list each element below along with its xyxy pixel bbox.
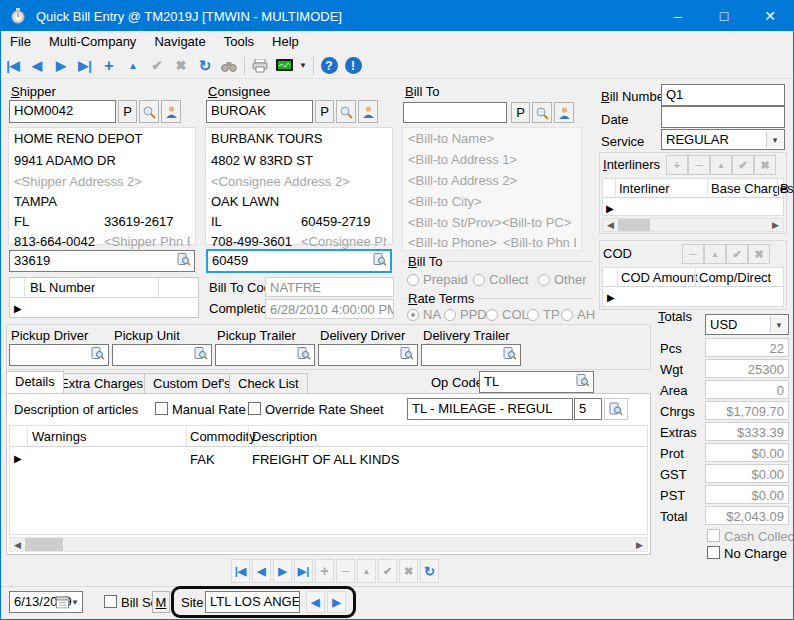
cod-delete-icon[interactable]: ─ [682, 244, 704, 264]
monitor-icon[interactable] [272, 55, 296, 77]
rate-lookup-icon[interactable] [604, 398, 628, 420]
find-binoculars-icon[interactable] [217, 55, 241, 77]
pickup-driver-input[interactable] [9, 344, 109, 366]
print-icon[interactable] [248, 55, 272, 77]
billto-customer-icon[interactable] [554, 102, 574, 123]
details-hscrollbar[interactable]: ◀ ▶ [9, 537, 648, 552]
radio-na[interactable]: NA [407, 307, 441, 322]
lookup-icon[interactable] [503, 347, 517, 364]
about-icon[interactable]: ! [341, 55, 365, 77]
lookup-icon[interactable] [400, 347, 414, 364]
service-combo[interactable]: REGULAR ▾ [661, 129, 785, 150]
interliner-cancel-icon[interactable]: ✖ [754, 155, 776, 175]
nav-refresh-icon[interactable]: ↻ [420, 559, 439, 583]
consignee-zone-input[interactable]: 60459 [206, 249, 392, 273]
cod-cancel-icon[interactable]: ✖ [748, 244, 770, 264]
menu-tools[interactable]: Tools [215, 32, 263, 51]
scroll-right-icon[interactable]: ▶ [632, 538, 647, 551]
billto-p-button[interactable]: P [511, 102, 530, 123]
shipper-zone-lookup-icon[interactable] [177, 253, 191, 270]
monitor-dropdown-icon[interactable]: ▼ [296, 55, 310, 77]
bill-number-input[interactable]: Q1 [661, 84, 785, 106]
cash-collect-checkbox[interactable] [707, 529, 720, 542]
chevron-down-icon[interactable]: ▾ [770, 316, 787, 333]
interliner-delete-icon[interactable]: ─ [688, 155, 710, 175]
interliner-post-icon[interactable]: ✔ [732, 155, 754, 175]
prior-record-icon[interactable]: ◀ [25, 55, 49, 77]
scroll-right-icon[interactable]: ▶ [768, 219, 783, 231]
lookup-icon[interactable] [297, 347, 311, 364]
tab-extra-charges[interactable]: Extra Charges [51, 373, 152, 393]
delivery-trailer-input[interactable] [421, 344, 521, 366]
nav-edit-icon[interactable]: ▲ [357, 559, 376, 583]
shipper-customer-icon[interactable] [161, 100, 181, 123]
footer-date-picker[interactable]: 6/13/2019 ▼ [9, 591, 83, 613]
cod-edit-icon[interactable]: ▲ [704, 244, 726, 264]
op-code-input[interactable]: TL [479, 371, 594, 393]
shipper-p-button[interactable]: P [118, 100, 137, 123]
nav-first-icon[interactable]: |◀ [231, 559, 250, 583]
menu-help[interactable]: Help [263, 32, 308, 51]
date-input[interactable] [661, 106, 785, 128]
interliners-grid[interactable]: Interliner Base Charges B ▶ [602, 178, 784, 216]
post-edit-icon[interactable]: ✔ [145, 55, 169, 77]
radio-tp[interactable]: TP [527, 307, 560, 322]
help-icon[interactable]: ? [317, 55, 341, 77]
nav-next-icon[interactable]: ▶ [273, 559, 292, 583]
interliners-hscrollbar[interactable]: ◀ ▶ [602, 218, 784, 232]
insert-record-icon[interactable]: + [97, 55, 121, 77]
refresh-icon[interactable]: ↻ [193, 55, 217, 77]
lookup-icon[interactable] [194, 347, 208, 364]
menu-navigate[interactable]: Navigate [145, 32, 214, 51]
m-button[interactable]: M [152, 591, 170, 613]
radio-collect[interactable]: Collect [473, 272, 529, 287]
nav-delete-icon[interactable]: ─ [336, 559, 355, 583]
lookup-icon[interactable] [91, 347, 105, 364]
rate-qty-input[interactable]: 5 [574, 398, 602, 420]
menu-multi-company[interactable]: Multi-Company [40, 32, 145, 51]
consignee-code-input[interactable]: BUROAK [206, 100, 313, 123]
tab-details[interactable]: Details [6, 371, 64, 393]
billto-code-input[interactable] [403, 102, 507, 123]
tab-check-list[interactable]: Check List [229, 373, 308, 393]
pickup-trailer-input[interactable] [215, 344, 315, 366]
currency-combo[interactable]: USD ▾ [705, 314, 789, 335]
first-record-icon[interactable]: |◀ [1, 55, 25, 77]
chevron-down-icon[interactable]: ▼ [71, 598, 79, 607]
nav-insert-icon[interactable]: + [315, 559, 334, 583]
shipper-zone-input[interactable]: 33619 [9, 250, 195, 272]
shipper-search-icon[interactable] [139, 100, 159, 123]
calendar-icon[interactable]: ▼ [56, 596, 79, 609]
nav-cancel-icon[interactable]: ✖ [399, 559, 418, 583]
last-record-icon[interactable]: ▶| [73, 55, 97, 77]
close-button[interactable]: ✕ [747, 1, 793, 31]
no-charge-checkbox[interactable] [707, 546, 720, 559]
radio-ah[interactable]: AH [561, 307, 595, 322]
consignee-search-icon[interactable] [336, 100, 356, 123]
radio-other[interactable]: Other [538, 272, 587, 287]
nav-post-icon[interactable]: ✔ [378, 559, 397, 583]
manual-rate-checkbox[interactable] [155, 402, 168, 415]
cod-grid[interactable]: COD Amount Comp/Direct ▶ [602, 267, 784, 307]
scroll-left-icon[interactable]: ◀ [603, 219, 618, 231]
cod-post-icon[interactable]: ✔ [726, 244, 748, 264]
minimize-button[interactable]: – [655, 1, 701, 31]
radio-prepaid[interactable]: Prepaid [407, 272, 468, 287]
shipper-code-input[interactable]: HOM0042 [9, 100, 116, 123]
maximize-button[interactable]: □ [701, 1, 747, 31]
override-rate-sheet-checkbox[interactable] [248, 402, 261, 415]
edit-record-icon[interactable]: ▲ [121, 55, 145, 77]
nav-prior-icon[interactable]: ◀ [252, 559, 271, 583]
radio-col[interactable]: COL [486, 307, 529, 322]
articles-grid[interactable]: Warnings Commodity Description ▶ FAK FRE… [9, 425, 648, 535]
bill-sort-checkbox[interactable] [104, 595, 117, 608]
interliner-edit-icon[interactable]: ▲ [710, 155, 732, 175]
consignee-zone-lookup-icon[interactable] [373, 253, 387, 270]
consignee-customer-icon[interactable] [358, 100, 378, 123]
op-code-lookup-icon[interactable] [576, 374, 590, 391]
radio-ppd[interactable]: PPD [444, 307, 487, 322]
delivery-driver-input[interactable] [318, 344, 418, 366]
cancel-edit-icon[interactable]: ✖ [169, 55, 193, 77]
consignee-p-button[interactable]: P [315, 100, 334, 123]
pickup-unit-input[interactable] [112, 344, 212, 366]
